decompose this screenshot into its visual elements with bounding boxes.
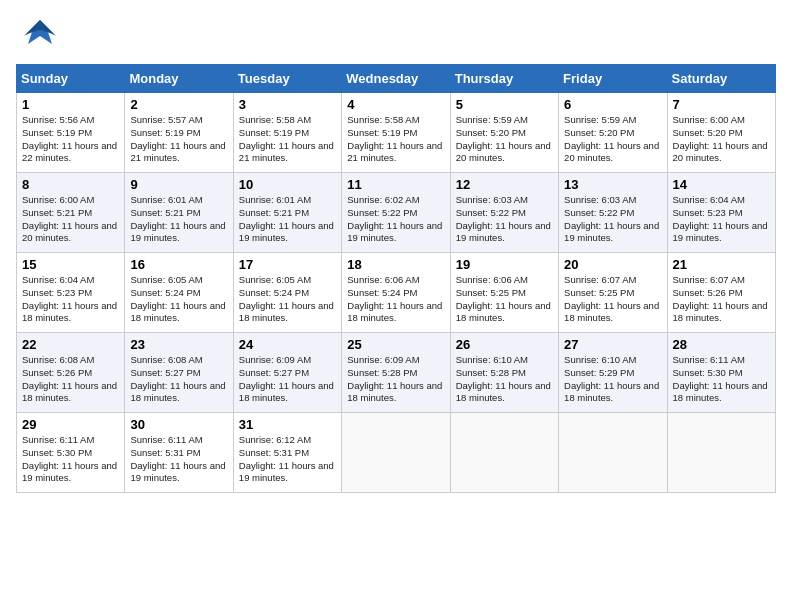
calendar-table: SundayMondayTuesdayWednesdayThursdayFrid… — [16, 64, 776, 493]
day-info: Sunrise: 6:03 AM Sunset: 5:22 PM Dayligh… — [564, 194, 661, 245]
calendar-cell: 18 Sunrise: 6:06 AM Sunset: 5:24 PM Dayl… — [342, 253, 450, 333]
day-number: 28 — [673, 337, 770, 352]
day-number: 3 — [239, 97, 336, 112]
day-info: Sunrise: 6:05 AM Sunset: 5:24 PM Dayligh… — [130, 274, 227, 325]
day-number: 27 — [564, 337, 661, 352]
calendar-header-row: SundayMondayTuesdayWednesdayThursdayFrid… — [17, 65, 776, 93]
weekday-header-wednesday: Wednesday — [342, 65, 450, 93]
calendar-week-row: 1 Sunrise: 5:56 AM Sunset: 5:19 PM Dayli… — [17, 93, 776, 173]
calendar-cell: 30 Sunrise: 6:11 AM Sunset: 5:31 PM Dayl… — [125, 413, 233, 493]
day-number: 15 — [22, 257, 119, 272]
day-number: 4 — [347, 97, 444, 112]
calendar-cell: 22 Sunrise: 6:08 AM Sunset: 5:26 PM Dayl… — [17, 333, 125, 413]
calendar-cell: 9 Sunrise: 6:01 AM Sunset: 5:21 PM Dayli… — [125, 173, 233, 253]
day-number: 14 — [673, 177, 770, 192]
calendar-cell — [667, 413, 775, 493]
calendar-week-row: 15 Sunrise: 6:04 AM Sunset: 5:23 PM Dayl… — [17, 253, 776, 333]
day-number: 17 — [239, 257, 336, 272]
day-number: 24 — [239, 337, 336, 352]
day-info: Sunrise: 6:00 AM Sunset: 5:20 PM Dayligh… — [673, 114, 770, 165]
calendar-cell: 1 Sunrise: 5:56 AM Sunset: 5:19 PM Dayli… — [17, 93, 125, 173]
logo-icon — [16, 16, 64, 52]
day-number: 25 — [347, 337, 444, 352]
day-info: Sunrise: 6:12 AM Sunset: 5:31 PM Dayligh… — [239, 434, 336, 485]
calendar-cell: 28 Sunrise: 6:11 AM Sunset: 5:30 PM Dayl… — [667, 333, 775, 413]
day-number: 5 — [456, 97, 553, 112]
day-info: Sunrise: 6:07 AM Sunset: 5:25 PM Dayligh… — [564, 274, 661, 325]
day-number: 7 — [673, 97, 770, 112]
day-info: Sunrise: 5:56 AM Sunset: 5:19 PM Dayligh… — [22, 114, 119, 165]
calendar-cell: 20 Sunrise: 6:07 AM Sunset: 5:25 PM Dayl… — [559, 253, 667, 333]
calendar-cell: 25 Sunrise: 6:09 AM Sunset: 5:28 PM Dayl… — [342, 333, 450, 413]
day-info: Sunrise: 5:59 AM Sunset: 5:20 PM Dayligh… — [564, 114, 661, 165]
day-number: 12 — [456, 177, 553, 192]
calendar-week-row: 22 Sunrise: 6:08 AM Sunset: 5:26 PM Dayl… — [17, 333, 776, 413]
day-info: Sunrise: 6:04 AM Sunset: 5:23 PM Dayligh… — [673, 194, 770, 245]
calendar-cell — [559, 413, 667, 493]
day-info: Sunrise: 6:03 AM Sunset: 5:22 PM Dayligh… — [456, 194, 553, 245]
day-info: Sunrise: 6:11 AM Sunset: 5:30 PM Dayligh… — [673, 354, 770, 405]
calendar-cell: 7 Sunrise: 6:00 AM Sunset: 5:20 PM Dayli… — [667, 93, 775, 173]
calendar-cell: 5 Sunrise: 5:59 AM Sunset: 5:20 PM Dayli… — [450, 93, 558, 173]
day-number: 11 — [347, 177, 444, 192]
day-number: 29 — [22, 417, 119, 432]
page-header — [16, 16, 776, 52]
day-number: 20 — [564, 257, 661, 272]
day-number: 8 — [22, 177, 119, 192]
logo — [16, 16, 68, 52]
calendar-cell: 26 Sunrise: 6:10 AM Sunset: 5:28 PM Dayl… — [450, 333, 558, 413]
day-number: 13 — [564, 177, 661, 192]
calendar-cell: 31 Sunrise: 6:12 AM Sunset: 5:31 PM Dayl… — [233, 413, 341, 493]
day-info: Sunrise: 6:08 AM Sunset: 5:26 PM Dayligh… — [22, 354, 119, 405]
day-number: 16 — [130, 257, 227, 272]
calendar-cell — [450, 413, 558, 493]
calendar-cell: 24 Sunrise: 6:09 AM Sunset: 5:27 PM Dayl… — [233, 333, 341, 413]
day-number: 19 — [456, 257, 553, 272]
day-info: Sunrise: 5:59 AM Sunset: 5:20 PM Dayligh… — [456, 114, 553, 165]
day-info: Sunrise: 6:02 AM Sunset: 5:22 PM Dayligh… — [347, 194, 444, 245]
weekday-header-tuesday: Tuesday — [233, 65, 341, 93]
weekday-header-sunday: Sunday — [17, 65, 125, 93]
day-info: Sunrise: 6:08 AM Sunset: 5:27 PM Dayligh… — [130, 354, 227, 405]
calendar-cell: 4 Sunrise: 5:58 AM Sunset: 5:19 PM Dayli… — [342, 93, 450, 173]
day-number: 30 — [130, 417, 227, 432]
day-info: Sunrise: 5:58 AM Sunset: 5:19 PM Dayligh… — [347, 114, 444, 165]
day-info: Sunrise: 5:58 AM Sunset: 5:19 PM Dayligh… — [239, 114, 336, 165]
day-number: 9 — [130, 177, 227, 192]
day-info: Sunrise: 5:57 AM Sunset: 5:19 PM Dayligh… — [130, 114, 227, 165]
day-number: 31 — [239, 417, 336, 432]
day-info: Sunrise: 6:05 AM Sunset: 5:24 PM Dayligh… — [239, 274, 336, 325]
calendar-cell: 19 Sunrise: 6:06 AM Sunset: 5:25 PM Dayl… — [450, 253, 558, 333]
calendar-cell: 16 Sunrise: 6:05 AM Sunset: 5:24 PM Dayl… — [125, 253, 233, 333]
day-info: Sunrise: 6:06 AM Sunset: 5:25 PM Dayligh… — [456, 274, 553, 325]
calendar-cell: 23 Sunrise: 6:08 AM Sunset: 5:27 PM Dayl… — [125, 333, 233, 413]
weekday-header-saturday: Saturday — [667, 65, 775, 93]
day-number: 26 — [456, 337, 553, 352]
day-number: 10 — [239, 177, 336, 192]
calendar-cell: 14 Sunrise: 6:04 AM Sunset: 5:23 PM Dayl… — [667, 173, 775, 253]
weekday-header-friday: Friday — [559, 65, 667, 93]
day-number: 1 — [22, 97, 119, 112]
calendar-cell: 17 Sunrise: 6:05 AM Sunset: 5:24 PM Dayl… — [233, 253, 341, 333]
calendar-cell: 21 Sunrise: 6:07 AM Sunset: 5:26 PM Dayl… — [667, 253, 775, 333]
calendar-cell: 27 Sunrise: 6:10 AM Sunset: 5:29 PM Dayl… — [559, 333, 667, 413]
calendar-cell: 29 Sunrise: 6:11 AM Sunset: 5:30 PM Dayl… — [17, 413, 125, 493]
day-info: Sunrise: 6:09 AM Sunset: 5:27 PM Dayligh… — [239, 354, 336, 405]
day-number: 18 — [347, 257, 444, 272]
calendar-cell: 12 Sunrise: 6:03 AM Sunset: 5:22 PM Dayl… — [450, 173, 558, 253]
day-info: Sunrise: 6:11 AM Sunset: 5:30 PM Dayligh… — [22, 434, 119, 485]
day-info: Sunrise: 6:00 AM Sunset: 5:21 PM Dayligh… — [22, 194, 119, 245]
day-info: Sunrise: 6:09 AM Sunset: 5:28 PM Dayligh… — [347, 354, 444, 405]
calendar-week-row: 8 Sunrise: 6:00 AM Sunset: 5:21 PM Dayli… — [17, 173, 776, 253]
day-info: Sunrise: 6:11 AM Sunset: 5:31 PM Dayligh… — [130, 434, 227, 485]
weekday-header-monday: Monday — [125, 65, 233, 93]
day-info: Sunrise: 6:10 AM Sunset: 5:29 PM Dayligh… — [564, 354, 661, 405]
calendar-cell: 2 Sunrise: 5:57 AM Sunset: 5:19 PM Dayli… — [125, 93, 233, 173]
day-number: 2 — [130, 97, 227, 112]
day-info: Sunrise: 6:01 AM Sunset: 5:21 PM Dayligh… — [130, 194, 227, 245]
day-number: 22 — [22, 337, 119, 352]
calendar-cell: 6 Sunrise: 5:59 AM Sunset: 5:20 PM Dayli… — [559, 93, 667, 173]
calendar-cell — [342, 413, 450, 493]
day-number: 23 — [130, 337, 227, 352]
calendar-cell: 8 Sunrise: 6:00 AM Sunset: 5:21 PM Dayli… — [17, 173, 125, 253]
